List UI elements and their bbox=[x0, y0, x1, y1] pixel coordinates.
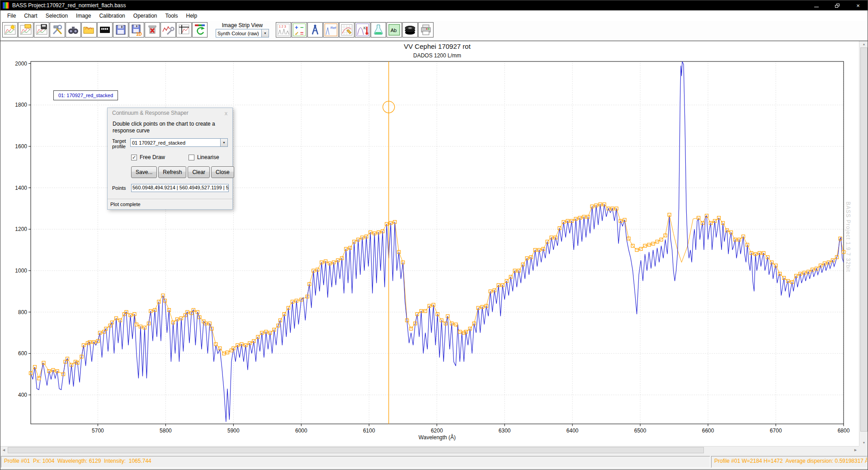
ref-peak-icon: Ref bbox=[325, 24, 337, 36]
minimize-button[interactable] bbox=[806, 0, 827, 10]
menu-calibration[interactable]: Calibration bbox=[95, 11, 129, 20]
target-profile-select[interactable]: 01 170927_red_stacked ▼ bbox=[130, 138, 228, 147]
scroll-left-icon[interactable]: ◀ bbox=[0, 446, 7, 454]
reference-overlay-button[interactable]: Ref bbox=[323, 22, 339, 38]
svg-text:✓: ✓ bbox=[295, 31, 299, 36]
close-button[interactable]: × bbox=[848, 0, 868, 10]
save-button[interactable] bbox=[113, 22, 128, 38]
strip-view-select[interactable]: Synth Colour (raw) ▼ bbox=[216, 29, 269, 38]
minimize-icon bbox=[814, 7, 819, 7]
linearise-checkbox[interactable] bbox=[189, 155, 194, 160]
dialog-close-icon[interactable]: x bbox=[222, 110, 230, 117]
print-button[interactable] bbox=[418, 22, 434, 38]
folder-open-icon bbox=[83, 24, 95, 36]
svg-text:K: K bbox=[363, 26, 366, 30]
scroll-right-icon[interactable]: ▶ bbox=[852, 446, 859, 454]
chemistry-button[interactable] bbox=[371, 22, 386, 38]
dialog-status: Plot complete bbox=[108, 199, 232, 209]
svg-text:1 2 3: 1 2 3 bbox=[279, 25, 286, 28]
math-ops-icon: +−✓= bbox=[293, 24, 306, 36]
chart-area[interactable]: 5700580059006000610062006300640065006600… bbox=[0, 41, 859, 446]
profile-maths-button[interactable]: +−✓= bbox=[292, 22, 307, 38]
svg-text:+: + bbox=[295, 24, 298, 31]
tools-button[interactable] bbox=[50, 22, 65, 38]
scroll-up-icon[interactable]: ▲ bbox=[859, 41, 868, 47]
close-dialog-button[interactable]: Close bbox=[211, 166, 234, 178]
crop-chart-button[interactable] bbox=[176, 22, 192, 38]
peak-labels-button[interactable]: 1 2 3 bbox=[276, 22, 291, 38]
menu-tools[interactable]: Tools bbox=[161, 11, 182, 20]
peaks-123-icon: 1 2 3 bbox=[277, 24, 290, 36]
save-1d-button[interactable]: 1D bbox=[129, 22, 144, 38]
points-label: Points bbox=[112, 185, 131, 191]
target-profile-label: Target profile bbox=[112, 138, 130, 149]
open-profile-button[interactable] bbox=[81, 22, 97, 38]
menu-image[interactable]: Image bbox=[72, 11, 95, 20]
svg-text:1800: 1800 bbox=[15, 102, 27, 108]
free-draw-label: Free Draw bbox=[140, 154, 165, 160]
dialog-message: Double click points on the chart to crea… bbox=[108, 118, 232, 134]
horizontal-scrollbar[interactable]: ◀ ▶ bbox=[0, 446, 859, 454]
svg-text:6700: 6700 bbox=[770, 428, 782, 434]
svg-text:6100: 6100 bbox=[363, 428, 375, 434]
binoculars-icon bbox=[67, 24, 80, 36]
chart-title: VV Cephei 170927 rot bbox=[31, 42, 844, 50]
film-reels-button[interactable] bbox=[402, 22, 418, 38]
continuum-shaper-button[interactable] bbox=[339, 22, 354, 38]
scroll-down-icon[interactable]: ▼ bbox=[859, 440, 868, 446]
target-profile-value: 01 170927_red_stacked bbox=[132, 140, 220, 146]
browse-button[interactable] bbox=[66, 22, 81, 38]
dialog-title-bar[interactable]: Continuum & Response Shaper x bbox=[108, 108, 232, 118]
restore-icon bbox=[835, 4, 840, 8]
planck-button[interactable]: K bbox=[355, 22, 370, 38]
svg-text:Ab: Ab bbox=[391, 28, 396, 33]
save-chart-button[interactable] bbox=[34, 22, 49, 38]
legend-box[interactable]: 01: 170927_red_stacked bbox=[53, 90, 118, 100]
linearise-label: Linearise bbox=[197, 154, 219, 160]
elements-button[interactable]: Ab bbox=[387, 22, 402, 38]
save-button[interactable]: Save... bbox=[131, 166, 157, 178]
points-field[interactable]: 560.0948,494.9214 | 560.4949,527.1199 | … bbox=[131, 184, 229, 192]
chevron-down-icon[interactable]: ▼ bbox=[220, 139, 227, 146]
window-title: BASS Project:170927_red_normiert_flach.b… bbox=[12, 2, 126, 9]
spectrum-chart[interactable]: 5700580059006000610062006300640065006600… bbox=[0, 41, 859, 446]
delete-button[interactable] bbox=[145, 22, 160, 38]
svg-text:6200: 6200 bbox=[431, 428, 443, 434]
status-cursor-readout: Profile #01 Px: 1004 Wavelength: 6129 In… bbox=[1, 456, 710, 468]
open-chart-button[interactable] bbox=[18, 22, 33, 38]
refresh-colour-button[interactable] bbox=[192, 22, 208, 38]
close-icon: × bbox=[856, 2, 860, 9]
image-strip-button[interactable] bbox=[97, 22, 113, 38]
horizontal-scroll-thumb[interactable] bbox=[8, 447, 704, 453]
save-icon bbox=[114, 24, 127, 36]
svg-text:6000: 6000 bbox=[295, 428, 307, 434]
draw-grid-icon bbox=[340, 24, 353, 36]
strip-view-value: Synth Colour (raw) bbox=[217, 31, 261, 36]
save-1d-icon: 1D bbox=[130, 24, 143, 36]
refresh-button[interactable]: Refresh bbox=[158, 166, 186, 178]
clear-button[interactable]: Clear bbox=[188, 166, 210, 178]
measure-button[interactable] bbox=[307, 22, 323, 38]
svg-text:5800: 5800 bbox=[160, 428, 172, 434]
svg-text:6500: 6500 bbox=[634, 428, 646, 434]
version-watermark: BASS Project 1.9.7 32bit bbox=[845, 202, 851, 272]
menu-help[interactable]: Help bbox=[182, 11, 202, 20]
menu-chart[interactable]: Chart bbox=[20, 11, 41, 20]
tools-icon bbox=[51, 24, 64, 36]
menu-operation[interactable]: Operation bbox=[129, 11, 161, 20]
svg-text:1400: 1400 bbox=[15, 185, 27, 191]
repair-profile-button[interactable] bbox=[160, 22, 176, 38]
image-strip-view-group: Image Strip View Synth Colour (raw) ▼ bbox=[213, 22, 271, 38]
restore-button[interactable] bbox=[827, 0, 848, 10]
vertical-scroll-thumb[interactable] bbox=[860, 47, 868, 432]
menu-file[interactable]: File bbox=[3, 11, 20, 20]
chevron-down-icon[interactable]: ▼ bbox=[261, 29, 269, 37]
new-chart-button[interactable] bbox=[2, 22, 18, 38]
free-draw-checkbox[interactable]: ✓ bbox=[131, 155, 137, 160]
menu-selection[interactable]: Selection bbox=[42, 11, 72, 20]
app-icon bbox=[2, 2, 9, 9]
vertical-scrollbar[interactable]: ▲ ▼ bbox=[859, 41, 868, 446]
status-bar: Profile #01 Px: 1004 Wavelength: 6129 In… bbox=[0, 456, 868, 469]
svg-text:600: 600 bbox=[18, 350, 27, 357]
planck-icon: K bbox=[356, 24, 369, 36]
